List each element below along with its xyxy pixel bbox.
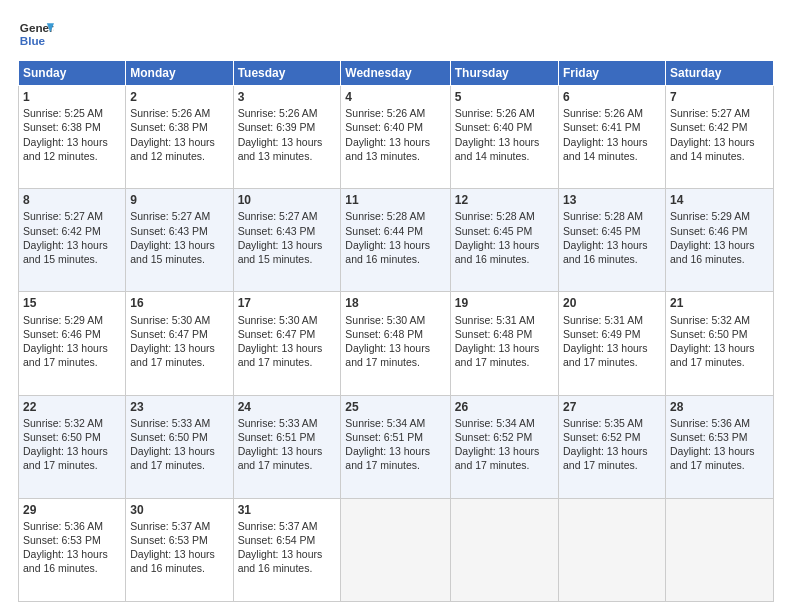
day-info-line: Sunrise: 5:26 AM — [563, 106, 661, 120]
calendar-cell: 28Sunrise: 5:36 AMSunset: 6:53 PMDayligh… — [665, 395, 773, 498]
day-info-line: Daylight: 13 hours — [23, 444, 121, 458]
day-info-line: Sunset: 6:52 PM — [455, 430, 554, 444]
day-info-line: Daylight: 13 hours — [238, 444, 337, 458]
day-number: 13 — [563, 192, 661, 208]
day-info-line: Sunrise: 5:33 AM — [238, 416, 337, 430]
day-number: 4 — [345, 89, 445, 105]
day-info-line: Sunrise: 5:30 AM — [130, 313, 228, 327]
day-info-line: and 14 minutes. — [455, 149, 554, 163]
day-info-line: Sunrise: 5:27 AM — [23, 209, 121, 223]
day-info-line: and 12 minutes. — [130, 149, 228, 163]
day-number: 29 — [23, 502, 121, 518]
day-info-line: Daylight: 13 hours — [563, 341, 661, 355]
calendar-cell: 7Sunrise: 5:27 AMSunset: 6:42 PMDaylight… — [665, 86, 773, 189]
day-info-line: Sunrise: 5:26 AM — [455, 106, 554, 120]
day-info-line: Sunset: 6:41 PM — [563, 120, 661, 134]
day-info-line: and 16 minutes. — [670, 252, 769, 266]
day-number: 21 — [670, 295, 769, 311]
day-info-line: Sunrise: 5:32 AM — [23, 416, 121, 430]
calendar-cell: 26Sunrise: 5:34 AMSunset: 6:52 PMDayligh… — [450, 395, 558, 498]
calendar-cell: 6Sunrise: 5:26 AMSunset: 6:41 PMDaylight… — [558, 86, 665, 189]
calendar-cell: 3Sunrise: 5:26 AMSunset: 6:39 PMDaylight… — [233, 86, 341, 189]
day-info-line: Sunrise: 5:28 AM — [345, 209, 445, 223]
day-info-line: Daylight: 13 hours — [23, 238, 121, 252]
day-number: 24 — [238, 399, 337, 415]
day-info-line: and 17 minutes. — [345, 458, 445, 472]
day-info-line: Sunrise: 5:29 AM — [670, 209, 769, 223]
day-info-line: Sunset: 6:45 PM — [455, 224, 554, 238]
day-info-line: Sunrise: 5:26 AM — [130, 106, 228, 120]
day-info-line: Sunrise: 5:26 AM — [345, 106, 445, 120]
calendar-cell — [450, 498, 558, 601]
calendar-header-row: SundayMondayTuesdayWednesdayThursdayFrid… — [19, 61, 774, 86]
calendar-cell: 30Sunrise: 5:37 AMSunset: 6:53 PMDayligh… — [126, 498, 233, 601]
day-number: 9 — [130, 192, 228, 208]
day-number: 25 — [345, 399, 445, 415]
header-cell-saturday: Saturday — [665, 61, 773, 86]
day-number: 16 — [130, 295, 228, 311]
day-info-line: Sunset: 6:49 PM — [563, 327, 661, 341]
header-cell-thursday: Thursday — [450, 61, 558, 86]
day-info-line: Sunrise: 5:34 AM — [345, 416, 445, 430]
day-number: 18 — [345, 295, 445, 311]
day-info-line: Sunset: 6:40 PM — [455, 120, 554, 134]
day-number: 27 — [563, 399, 661, 415]
calendar-cell: 27Sunrise: 5:35 AMSunset: 6:52 PMDayligh… — [558, 395, 665, 498]
logo: General Blue — [18, 16, 54, 52]
day-info-line: Sunset: 6:53 PM — [670, 430, 769, 444]
header-cell-sunday: Sunday — [19, 61, 126, 86]
day-info-line: and 17 minutes. — [670, 458, 769, 472]
day-number: 30 — [130, 502, 228, 518]
day-info-line: and 17 minutes. — [563, 355, 661, 369]
day-info-line: and 16 minutes. — [455, 252, 554, 266]
day-info-line: Sunrise: 5:30 AM — [238, 313, 337, 327]
calendar-cell: 21Sunrise: 5:32 AMSunset: 6:50 PMDayligh… — [665, 292, 773, 395]
day-info-line: Sunrise: 5:29 AM — [23, 313, 121, 327]
day-info-line: Sunset: 6:38 PM — [23, 120, 121, 134]
calendar-cell: 4Sunrise: 5:26 AMSunset: 6:40 PMDaylight… — [341, 86, 450, 189]
day-info-line: Sunrise: 5:28 AM — [563, 209, 661, 223]
day-info-line: Daylight: 13 hours — [455, 238, 554, 252]
day-info-line: Daylight: 13 hours — [345, 341, 445, 355]
calendar-cell: 12Sunrise: 5:28 AMSunset: 6:45 PMDayligh… — [450, 189, 558, 292]
day-info-line: and 16 minutes. — [563, 252, 661, 266]
calendar-cell: 1Sunrise: 5:25 AMSunset: 6:38 PMDaylight… — [19, 86, 126, 189]
header-cell-tuesday: Tuesday — [233, 61, 341, 86]
calendar-table: SundayMondayTuesdayWednesdayThursdayFrid… — [18, 60, 774, 602]
day-info-line: Daylight: 13 hours — [670, 444, 769, 458]
day-info-line: and 15 minutes. — [238, 252, 337, 266]
day-info-line: and 17 minutes. — [23, 458, 121, 472]
week-row-2: 8Sunrise: 5:27 AMSunset: 6:42 PMDaylight… — [19, 189, 774, 292]
day-info-line: Daylight: 13 hours — [670, 135, 769, 149]
calendar-cell: 8Sunrise: 5:27 AMSunset: 6:42 PMDaylight… — [19, 189, 126, 292]
day-info-line: Daylight: 13 hours — [23, 341, 121, 355]
day-info-line: Sunrise: 5:31 AM — [563, 313, 661, 327]
day-info-line: and 17 minutes. — [130, 458, 228, 472]
day-info-line: Sunset: 6:46 PM — [23, 327, 121, 341]
day-info-line: Sunrise: 5:27 AM — [670, 106, 769, 120]
day-info-line: and 15 minutes. — [23, 252, 121, 266]
calendar-cell: 24Sunrise: 5:33 AMSunset: 6:51 PMDayligh… — [233, 395, 341, 498]
day-info-line: Sunset: 6:52 PM — [563, 430, 661, 444]
week-row-5: 29Sunrise: 5:36 AMSunset: 6:53 PMDayligh… — [19, 498, 774, 601]
logo-icon: General Blue — [18, 16, 54, 52]
day-info-line: Sunset: 6:40 PM — [345, 120, 445, 134]
week-row-3: 15Sunrise: 5:29 AMSunset: 6:46 PMDayligh… — [19, 292, 774, 395]
day-number: 11 — [345, 192, 445, 208]
day-number: 7 — [670, 89, 769, 105]
day-number: 2 — [130, 89, 228, 105]
day-info-line: Sunrise: 5:30 AM — [345, 313, 445, 327]
header-cell-friday: Friday — [558, 61, 665, 86]
day-info-line: and 16 minutes. — [130, 561, 228, 575]
day-info-line: Daylight: 13 hours — [130, 547, 228, 561]
day-info-line: and 17 minutes. — [563, 458, 661, 472]
day-info-line: Daylight: 13 hours — [455, 444, 554, 458]
day-info-line: and 17 minutes. — [238, 355, 337, 369]
calendar-cell: 15Sunrise: 5:29 AMSunset: 6:46 PMDayligh… — [19, 292, 126, 395]
calendar-cell: 19Sunrise: 5:31 AMSunset: 6:48 PMDayligh… — [450, 292, 558, 395]
day-info-line: Sunset: 6:42 PM — [23, 224, 121, 238]
page: General Blue SundayMondayTuesdayWednesda… — [0, 0, 792, 612]
calendar-cell — [341, 498, 450, 601]
day-info-line: Sunset: 6:54 PM — [238, 533, 337, 547]
day-info-line: Daylight: 13 hours — [130, 341, 228, 355]
